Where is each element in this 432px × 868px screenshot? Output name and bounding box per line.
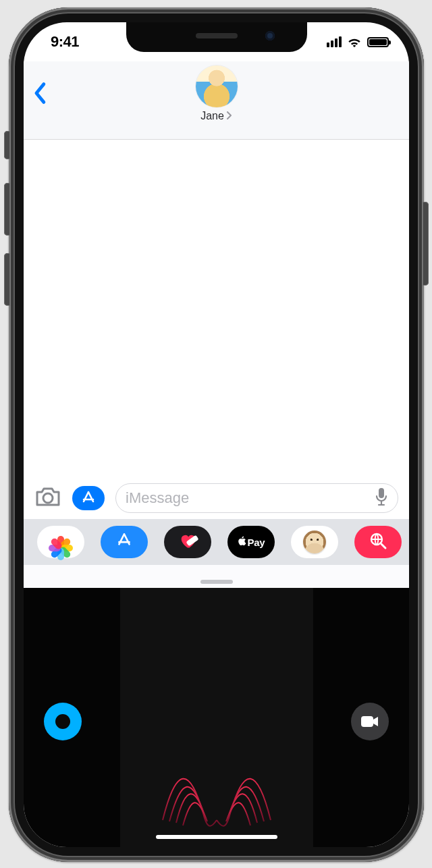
chevron-right-icon [225,110,232,122]
contact-name-button[interactable]: Jane [24,110,409,122]
photos-icon [51,533,70,551]
contact-name-label: Jane [200,110,224,122]
appstore-icon [115,532,133,552]
app-strip[interactable]: Pay [24,519,409,565]
conversation-thread[interactable] [24,140,409,477]
drawer-handle[interactable] [200,580,233,584]
notch [126,22,307,52]
apple-logo-icon [238,536,246,548]
video-record-button[interactable] [351,703,389,740]
digital-touch-panel [24,588,409,847]
contact-avatar[interactable] [196,65,238,107]
volume-up-button [4,183,10,236]
svg-line-5 [381,544,385,548]
svg-rect-6 [361,716,373,727]
app-photos[interactable] [37,526,84,558]
heart-icon [178,531,197,553]
front-camera [265,31,275,40]
status-right [327,36,389,47]
heartbeat-wave-graphic [142,739,291,834]
svg-rect-1 [379,488,384,498]
app-images-search[interactable] [354,526,402,558]
status-time: 9:41 [51,33,79,51]
home-indicator[interactable] [156,835,277,839]
digital-touch-canvas[interactable] [120,588,313,847]
compose-bar [24,477,409,519]
app-drawer-button[interactable] [72,486,105,510]
screen: 9:41 Jane [24,22,409,847]
battery-icon [367,37,389,47]
app-apple-pay[interactable]: Pay [227,526,275,558]
dictation-button[interactable] [375,487,388,509]
drawer-gap [24,565,409,588]
svg-point-0 [43,493,53,503]
app-memoji[interactable] [291,526,338,558]
memoji-icon [303,531,326,553]
wifi-icon [347,36,362,47]
volume-down-button [4,253,10,306]
ringer-switch [4,131,10,159]
app-digital-touch[interactable] [164,526,211,558]
camera-button[interactable] [34,486,61,510]
side-button [423,202,429,286]
conversation-header: Jane [24,61,409,140]
back-button[interactable] [33,82,53,106]
apple-pay-label: Pay [248,537,265,548]
cellular-signal-icon [327,36,342,47]
app-store[interactable] [101,526,148,558]
message-field[interactable] [115,483,398,513]
globe-search-icon [369,531,387,553]
phone-frame: 9:41 Jane [9,7,424,862]
earpiece [196,33,238,38]
message-input[interactable] [126,489,375,507]
color-picker-button[interactable] [44,703,82,740]
